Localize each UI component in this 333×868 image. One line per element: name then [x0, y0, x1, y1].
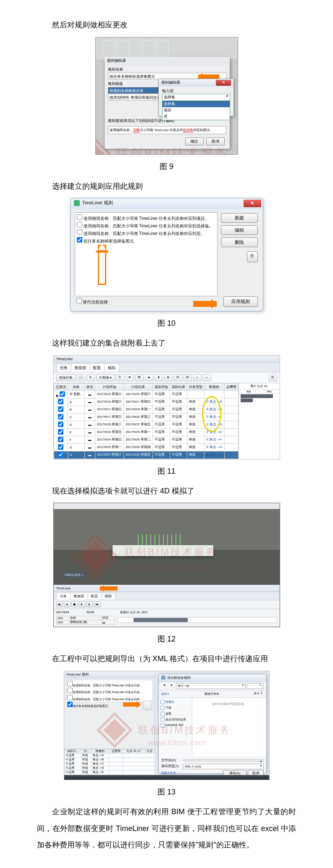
filetype-select[interactable]: XML (*.xml): [183, 764, 264, 769]
close-icon[interactable]: ✕: [244, 200, 261, 207]
rewind-button[interactable]: ⏮: [56, 602, 63, 607]
toolbar: 添加任务 ☐ ✕ ⚲ 附着 ▾ ⎘ ⏷ ⊞ ⏶ ⏴ ⏵ ⊡ ⊟ ⌕ ⌕ ⊡: [54, 372, 280, 383]
filename-input[interactable]: [183, 760, 264, 761]
export-icon[interactable]: ⎘: [247, 251, 258, 262]
tab-datasource[interactable]: 数据源: [71, 364, 90, 372]
annotation-arrow: [98, 245, 106, 285]
new-folder-button[interactable]: 新建文件夹: [205, 692, 219, 696]
taskbar: [64, 775, 269, 780]
apply-rule-button[interactable]: 应用规则: [223, 296, 258, 307]
folder-icon: [161, 675, 165, 680]
paragraph-1: 然后对规则做相应更改: [37, 17, 296, 34]
watermark-url: www.lcbim.com: [148, 739, 206, 747]
toolbtn-icon[interactable]: ⊟: [184, 374, 192, 381]
cancel-button[interactable]: 取消: [206, 137, 225, 145]
edit-button[interactable]: 编辑: [221, 225, 258, 235]
filename-label: 文件名(N):: [161, 758, 181, 762]
filetype-label: 保存类型(T):: [161, 764, 181, 768]
value-select[interactable]: 选择集: [162, 94, 230, 101]
organize-button[interactable]: 组织 ▾: [161, 692, 170, 696]
rules-list[interactable]: 使用相同名称、匹配大小写将 TimeLiner 任务从列名... 使用相同名称、…: [66, 680, 153, 702]
caption-12: 图 12: [37, 634, 296, 644]
figure-10: TimeLiner 规则 ✕ 使用相同名称、匹配大小写将 TimeLiner 任…: [70, 198, 263, 311]
dialog-toolbar: ◄ ► 每日一贴 🔍: [159, 682, 266, 691]
annotation-arrow: [100, 586, 118, 591]
figure-13: TimeLiner 规则 使用相同名称、匹配大小写将 TimeLiner 任务从…: [64, 671, 270, 780]
app-icon: [74, 200, 80, 206]
sim-date: 2017/9/24: [56, 611, 69, 614]
menubar: [54, 503, 280, 509]
tab-config[interactable]: 配置: [89, 364, 105, 372]
replace-checkbox[interactable]: 替代当前选择: [76, 298, 108, 305]
rules-list[interactable]: 使用相同名称、匹配大小写将 TimeLiner 任务从列名称对应到项目。 使用相…: [75, 212, 218, 296]
toolbtn-icon[interactable]: ⊡: [269, 374, 277, 381]
toolbtn-icon[interactable]: ⏵: [164, 374, 173, 381]
watermark-url: www.lcbim.com: [134, 562, 203, 573]
value-options[interactable]: 选择集 项目 层: [162, 100, 230, 120]
dialog-title: TimeLiner 规则: [82, 200, 113, 206]
sub-dialog-title: 规则编辑器: [161, 80, 180, 86]
add-task-button[interactable]: 添加任务: [56, 374, 76, 381]
hide-folders-link[interactable]: 隐藏文件夹: [161, 771, 176, 775]
paragraph-4: 现在选择模拟选项卡就可以进行 4D 模拟了: [37, 483, 296, 500]
toolbtn-icon[interactable]: ⊡: [174, 374, 182, 381]
figure-12: 4D模拟 标高 1 联创BIM技术服务 www.lcbim.com TimeLi…: [53, 503, 280, 627]
playback-controls: ⏮ ⏴ ⏹ ⏵ ⏵ ⏭: [54, 600, 280, 609]
tab-config[interactable]: 配置: [87, 593, 102, 600]
toolbtn-icon[interactable]: ✕: [87, 374, 95, 381]
figure-9: 规则编辑器 规则名称 按任务名称映射选择集图元 规则模板 按规则名称映射任务 按…: [95, 37, 238, 155]
panel-title: TimeLiner: [54, 356, 280, 363]
toolbtn-icon[interactable]: ⌕: [193, 374, 202, 381]
file-list[interactable]: 没有与搜索条件匹配的项。: [192, 698, 266, 757]
end-button[interactable]: ⏭: [94, 602, 101, 607]
export-icon[interactable]: [143, 701, 152, 710]
rule-name-label: 规则名称: [108, 67, 226, 72]
input-value-label: 输入值: [162, 88, 230, 94]
rule-desc: 使用相同名称，忽略大小写将 TimeLiner 任务从列选择集对应到层次。: [108, 126, 226, 134]
new-button[interactable]: 新建: [221, 213, 258, 223]
toolbtn-icon[interactable]: ⌕: [203, 374, 211, 381]
caption-9: 图 9: [37, 161, 296, 171]
close-icon[interactable]: ✕: [216, 80, 231, 86]
paragraph-3: 这样我们建立的集合就附着上去了: [37, 335, 296, 352]
search-input[interactable]: 🔍: [247, 683, 264, 689]
tabs: 任务 数据源 配置 模拟: [54, 363, 280, 372]
path-combo[interactable]: 每日一贴: [176, 683, 245, 689]
save-dialog: 导出附加条规则 ◄ ► 每日一贴 🔍 组织 ▾ 新建文件夹 ⊞ ▾ ❓ 收藏夹 …: [158, 674, 267, 774]
prev-button[interactable]: ⏴: [64, 602, 71, 607]
toolbtn-icon[interactable]: ☐: [77, 374, 85, 381]
caption-13: 图 13: [37, 787, 296, 797]
paragraph-5: 在工程中可以把规则导出（为 XML 格式）在项目中进行传递应用: [37, 651, 296, 667]
tab-tasks[interactable]: 任务: [56, 593, 71, 600]
viewport-3d[interactable]: 4D模拟 标高 1: [54, 509, 280, 585]
toolbtn-icon[interactable]: ⏴: [155, 374, 163, 381]
tab-simulate[interactable]: 模拟: [101, 593, 115, 600]
dialog-title: 规则编辑器: [107, 58, 126, 63]
toolbtn-icon[interactable]: ⊞: [135, 374, 144, 381]
sim-time: 09:00: [87, 611, 94, 614]
timeline[interactable]: [118, 617, 277, 623]
task-table-fragment: 实际开...任...附着的总费用 九月 15, 17九月 不适用构造集合 ->A…: [64, 749, 155, 775]
slider-label: 星期日 九月 24, 2017: [120, 611, 148, 614]
delete-button[interactable]: 删除: [221, 237, 258, 247]
sub-dialog: 规则编辑器✕ 输入值 选择集 选择集 项目 层: [158, 79, 234, 116]
toolbtn-icon[interactable]: ⎘: [116, 374, 124, 381]
stop-button[interactable]: ⏹: [71, 602, 78, 607]
gantt-chart: 周六 九月 16, AMPM: [239, 383, 280, 459]
ok-button[interactable]: 确定: [185, 137, 204, 145]
toolbtn-icon[interactable]: ⏷: [126, 374, 134, 381]
nav-tree[interactable]: 收藏夹 下载 桌面 最近访问的位置 Autodesk 360: [159, 698, 192, 757]
annotation-arrow: [198, 74, 219, 79]
task-table[interactable]: 已激活名称状态计划开始计划结束实际开始实际结束任务类型附着的总费用 ▶ ⊟ 新数…: [54, 383, 239, 459]
caption-11: 图 11: [37, 466, 296, 476]
view-label: 4D模拟 标高 1: [62, 572, 86, 578]
toolbtn-icon[interactable]: ⏶: [145, 374, 153, 381]
tab-tasks[interactable]: 任务: [56, 364, 71, 372]
play-button[interactable]: ⏵: [79, 602, 86, 607]
tab-simulate[interactable]: 模拟: [104, 364, 119, 372]
caption-10: 图 10: [37, 318, 296, 328]
attach-button[interactable]: ⚲ 附着 ▾: [96, 374, 115, 381]
rule-editor-dialog: 规则编辑器 规则名称 按任务名称映射选择集图元 规则模板 按规则名称映射任务 按…: [104, 57, 230, 149]
tab-datasource[interactable]: 数据源: [70, 593, 88, 600]
next-button[interactable]: ⏵: [87, 602, 93, 607]
